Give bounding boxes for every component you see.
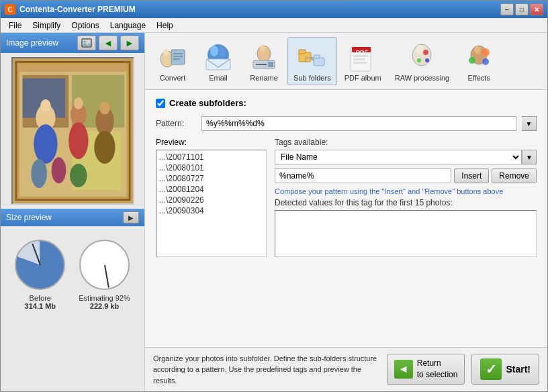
svg-rect-31 [206, 59, 230, 70]
menu-options[interactable]: Options [66, 19, 104, 32]
insert-button[interactable]: Insert [454, 168, 489, 183]
preview-label: Preview: [156, 138, 267, 147]
before-circle [15, 240, 65, 290]
menu-simplify[interactable]: Simplify [27, 19, 66, 32]
maximize-button[interactable]: □ [515, 3, 529, 15]
list-item: ...\20071101 [159, 152, 263, 162]
toolbar-effects[interactable]: Effects [457, 37, 501, 85]
before-size: 314.1 Mb [25, 302, 56, 310]
preview-list[interactable]: ...\20071101 ...\20080101 ...\20080727 .… [156, 150, 267, 257]
detected-values-box [275, 210, 537, 257]
start-button[interactable]: ✓ Start! [471, 354, 539, 385]
left-panel: Image preview ◄ ► [1, 33, 145, 391]
list-item: ...\20090304 [159, 205, 263, 216]
after-circle-container: Estimating 92% 222.9 kb [79, 240, 130, 385]
svg-point-19 [70, 164, 87, 187]
before-label: Before 314.1 Mb [25, 294, 56, 310]
toolbar-convert[interactable]: Convert [150, 37, 195, 85]
subfolders-icon [296, 40, 328, 72]
minimize-button[interactable]: − [500, 3, 514, 15]
toolbar-email[interactable]: Email [196, 37, 240, 85]
tag-value-input[interactable] [275, 168, 451, 183]
svg-rect-40 [314, 55, 320, 58]
right-panel: Convert Email [145, 33, 547, 391]
pattern-row: Pattern: ▼ [156, 116, 537, 131]
svg-rect-24 [171, 50, 185, 64]
svg-point-13 [94, 131, 115, 164]
svg-point-18 [51, 157, 66, 183]
menu-bar: File Simplify Options Language Help [1, 18, 547, 33]
svg-point-58 [469, 57, 475, 64]
svg-rect-0 [82, 39, 91, 47]
image-prev-button[interactable]: ◄ [99, 36, 118, 50]
window-controls: − □ ✕ [500, 3, 543, 15]
toolbar-rename[interactable]: Rename [242, 37, 286, 85]
svg-rect-47 [353, 55, 368, 57]
before-circle-indicator [32, 243, 41, 265]
tags-dropdown-arrow[interactable]: ▼ [522, 150, 537, 164]
tags-panel: Tags available: File Name ▼ Insert Remov… [275, 138, 537, 257]
svg-point-59 [482, 58, 489, 65]
svg-point-23 [163, 49, 169, 56]
pattern-dropdown-button[interactable]: ▼ [522, 116, 537, 131]
start-label: Start! [506, 364, 531, 375]
toolbar-subfolders[interactable]: Sub folders [287, 37, 337, 85]
bottom-bar: Organize your photos into subfolder. Def… [145, 347, 547, 392]
pdf-album-label: PDF album [345, 74, 381, 82]
after-circle [79, 240, 130, 290]
raw-processing-label: RAW processing [395, 74, 450, 82]
size-preview-label: Size preview [6, 213, 52, 222]
image-preview-label: Image preview [6, 38, 58, 48]
list-item: ...\20081204 [159, 184, 263, 195]
image-preview-header: Image preview ◄ ► [1, 33, 144, 53]
svg-point-51 [416, 45, 423, 54]
svg-point-30 [219, 48, 226, 57]
toolbar-pdf-album[interactable]: PDF PDF album [338, 37, 387, 85]
list-item: ...\20090226 [159, 195, 263, 205]
close-button[interactable]: ✕ [530, 3, 543, 15]
preview-column: Preview: ...\20071101 ...\20080101 ...\2… [156, 138, 267, 257]
detected-label: Detected values for this tag for the fir… [275, 198, 537, 207]
email-label: Email [209, 74, 228, 82]
svg-point-1 [83, 40, 86, 43]
pattern-input[interactable] [201, 116, 516, 131]
preview-image-area [11, 57, 134, 205]
before-circle-container: Before 314.1 Mb [15, 240, 65, 385]
svg-text:PDF: PDF [356, 49, 369, 56]
return-selection-button[interactable]: ◄ Returnto selection [387, 354, 465, 385]
menu-language[interactable]: Language [105, 19, 151, 32]
create-subfolders-checkbox[interactable] [156, 99, 165, 108]
tag-value-row: Insert Remove [275, 168, 537, 183]
toolbar-raw-processing[interactable]: RAW processing [389, 37, 456, 85]
raw-processing-icon [406, 40, 438, 72]
window-title: Contenta-Converter PREMIUM [19, 5, 496, 14]
menu-help[interactable]: Help [151, 19, 179, 32]
image-next-button[interactable]: ► [120, 36, 139, 50]
return-selection-label: Returnto selection [417, 358, 458, 381]
svg-point-11 [34, 124, 57, 164]
play-preview-button[interactable]: ▶ [123, 211, 139, 224]
svg-point-52 [423, 50, 428, 55]
toolbar: Convert Email [145, 33, 547, 90]
tags-dropdown[interactable]: File Name [275, 150, 522, 164]
svg-point-33 [260, 45, 265, 52]
app-icon: C [5, 4, 15, 15]
hint-text: Compose your pattern using the "Insert" … [275, 187, 537, 195]
svg-rect-39 [314, 58, 324, 66]
image-nav-photo-button[interactable] [77, 36, 96, 50]
estimating-label: Estimating 92% 222.9 kb [79, 294, 130, 310]
effects-label: Effects [467, 74, 490, 82]
remove-button[interactable]: Remove [492, 168, 537, 183]
preview-image [13, 58, 133, 203]
svg-point-12 [68, 122, 88, 159]
svg-point-56 [474, 46, 481, 54]
list-item: ...\20080727 [159, 173, 263, 184]
estimating-size: 222.9 kb [79, 302, 130, 310]
svg-point-17 [31, 159, 46, 188]
pdf-album-icon: PDF [347, 40, 379, 72]
menu-file[interactable]: File [3, 19, 27, 32]
rename-icon [248, 40, 280, 72]
size-preview-header: Size preview ▶ [1, 209, 144, 226]
tags-available-label: Tags available: [275, 138, 537, 147]
svg-point-16 [99, 101, 110, 115]
